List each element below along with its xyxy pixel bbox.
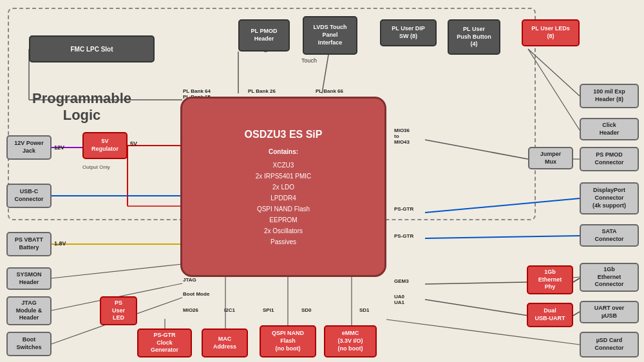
mac-address: MACAddress xyxy=(202,329,248,357)
port-pl-bank-26: PL Bank 26 xyxy=(248,88,276,94)
svg-line-8 xyxy=(425,236,580,238)
svg-line-28 xyxy=(528,49,580,96)
ps-gtr-clock-gen: PS-GTRClockGenerator xyxy=(137,329,192,357)
pl-pmod-header: PL PMOD Header xyxy=(238,19,290,52)
port-ps-gtr-sata: PS-GTR xyxy=(394,233,413,239)
port-gem3: GEM3 xyxy=(394,278,409,284)
port-jtag: JTAG xyxy=(183,277,196,283)
emmc: eMMC(3.3V I/O)(no boot) xyxy=(324,325,377,357)
sata-connector: SATAConnector xyxy=(580,224,639,247)
svg-line-12 xyxy=(573,312,580,316)
ps-vbatt-battery: PS VBATTBattery xyxy=(6,232,52,256)
dual-usb-uart: DualUSB-UART xyxy=(527,303,573,327)
pl-user-leds: PL User LEDs(8) xyxy=(522,19,580,46)
jumper-mux: JumperMux xyxy=(528,147,573,169)
ps-user-led: PSUserLED xyxy=(100,296,137,325)
port-i2c1: I2C1 xyxy=(224,307,235,313)
uart-over-usb: UART overµUSB xyxy=(580,301,639,323)
port-ua0-ua1: UA0UA1 xyxy=(394,294,404,305)
12v-label: 12V xyxy=(54,144,64,151)
diagram-container: Programmable Logic OSDZU3 ES SiP Contain… xyxy=(0,0,644,362)
port-pl-bank-66: PL Bank 66 xyxy=(316,88,343,94)
click-header: ClickHeader xyxy=(580,118,639,140)
svg-line-31 xyxy=(573,278,580,282)
port-mio26: MIO26 xyxy=(183,307,198,313)
svg-line-11 xyxy=(425,300,528,316)
5v-label: 5V xyxy=(130,140,137,147)
port-ps-gtr-dp: PS-GTR xyxy=(394,206,413,212)
pl-user-dip: PL User DIPSW (8) xyxy=(380,19,437,46)
pl-label: Programmable Logic xyxy=(32,90,131,124)
fmc-lpc-slot: FMC LPC Slot xyxy=(29,35,155,62)
svg-line-29 xyxy=(528,49,580,130)
chip-contains-label: Contains: xyxy=(269,147,298,157)
vbatt-voltage-label: 1.8V xyxy=(54,240,66,247)
port-mio36-43: MIO36toMIO43 xyxy=(394,128,410,145)
port-spi1: SPI1 xyxy=(263,307,274,313)
svg-line-9 xyxy=(425,282,528,284)
jtag-module-header: JTAGModule &Header xyxy=(6,296,52,325)
port-boot-mode: Boot Mode xyxy=(183,291,209,297)
port-sd1: SD1 xyxy=(359,307,370,313)
power-jack: 12V PowerJack xyxy=(6,135,52,160)
displayport-connector: DisplayPortConnector(4k support) xyxy=(580,182,639,214)
chip-title: OSDZU3 ES SiP xyxy=(245,126,323,143)
port-sd0: SD0 xyxy=(301,307,312,313)
touch-label: Touch xyxy=(301,57,317,64)
sysmon-header: SYSMONHeader xyxy=(6,267,52,290)
100mil-exp-header: 100 mil ExpHeader (8) xyxy=(580,84,639,108)
usd-card-connector: µSD CardConnector xyxy=(580,332,639,357)
ps-pmod-connector: PS PMODConnector xyxy=(580,147,639,171)
pl-user-push-button: PL UserPush Button(4) xyxy=(448,19,500,55)
lvds-touch-panel: LVDS TouchPanelInterface xyxy=(303,16,357,55)
sip-chip: OSDZU3 ES SiP Contains: XCZU32x IRPS5401… xyxy=(180,97,386,277)
output-only-label: Output Only xyxy=(82,164,110,170)
ethernet-connector: 1GbEthernetConnector xyxy=(580,263,639,292)
svg-line-18 xyxy=(52,264,182,278)
boot-switches: BootSwitches xyxy=(6,332,52,356)
qspi-nand-flash: QSPI NANDFlash(no boot) xyxy=(260,325,316,357)
ethernet-phy: 1GbEthernetPhy xyxy=(527,265,573,294)
usbc-connector: USB-CConnector xyxy=(6,184,52,208)
chip-components: XCZU32x IRPS5401 PMIC2x LDOLPDDR4QSPI NA… xyxy=(256,160,312,247)
svg-line-10 xyxy=(573,278,580,282)
5v-regulator: 5VRegulator xyxy=(82,132,128,159)
